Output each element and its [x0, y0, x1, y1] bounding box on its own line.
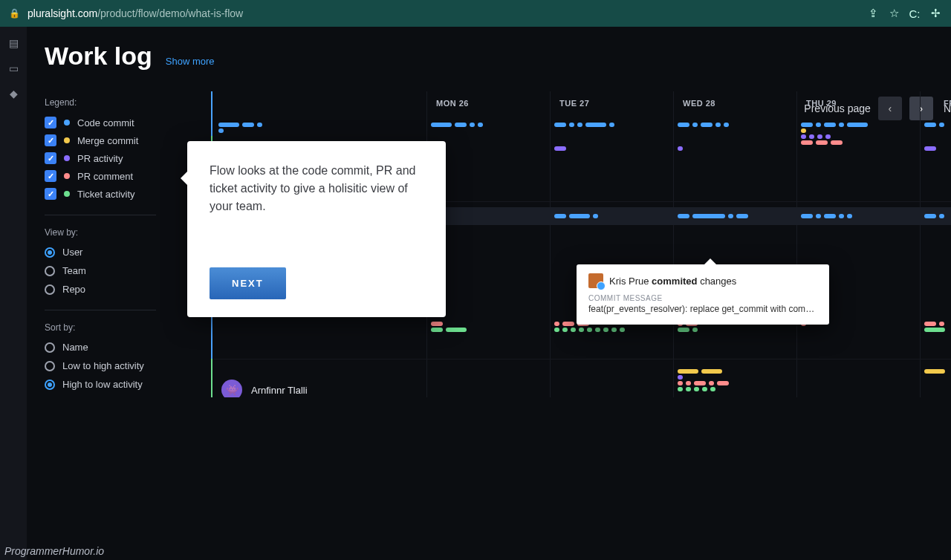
radio-icon — [45, 342, 55, 353]
sort-by-name[interactable]: Name — [45, 342, 186, 353]
radio-label: Low to high activity — [62, 360, 144, 371]
url-host: pluralsight.com — [27, 7, 97, 19]
legend-item-pr-activity[interactable]: ✓ PR activity — [45, 152, 186, 164]
tooltip-user: Kris Prue — [609, 276, 649, 287]
onboarding-tour-popover: Flow looks at the code commit, PR and ti… — [187, 141, 446, 317]
legend-item-label: PR activity — [77, 153, 123, 164]
sort-by-low-high[interactable]: Low to high activity — [45, 360, 186, 371]
radio-icon — [45, 361, 55, 371]
checkbox-icon: ✓ — [45, 170, 56, 182]
tour-next-button[interactable]: NEXT — [210, 267, 286, 299]
radio-label: User — [62, 247, 82, 258]
day-header: TUE 27 — [551, 91, 673, 123]
star-icon[interactable]: ☆ — [887, 7, 900, 20]
tooltip-commit-label: COMMIT MESSAGE — [588, 294, 817, 302]
view-by-repo[interactable]: Repo — [45, 284, 186, 295]
radio-icon — [45, 380, 55, 390]
extension-c-icon[interactable]: C: — [908, 7, 921, 20]
view-by-user[interactable]: User — [45, 247, 186, 258]
legend-item-ticket-activity[interactable]: ✓ Ticket activity — [45, 188, 186, 200]
lock-icon: 🔒 — [9, 8, 20, 19]
avatar-icon: 👾 — [221, 380, 242, 397]
checkbox-icon: ✓ — [45, 152, 56, 164]
commit-tooltip: Kris Prue commited changes COMMIT MESSAG… — [577, 264, 829, 325]
view-by-team[interactable]: Team — [45, 265, 186, 276]
tooltip-commit-message: feat(pr_events_resolver): replace get_co… — [588, 304, 817, 314]
legend-item-merge-commit[interactable]: ✓ Merge commit — [45, 134, 186, 146]
activity-row — [214, 368, 951, 397]
row-separator — [214, 359, 951, 359]
view-by-label: View by: — [45, 227, 186, 238]
app-nav-rail: ▤ ▭ ◆ — [0, 27, 27, 560]
tooltip-action-rest: changes — [700, 276, 736, 287]
tooltip-title: Kris Prue commited changes — [609, 276, 736, 287]
app-root: Work log Show more Previous page ‹ › N L… — [27, 27, 951, 560]
legend-dot-icon — [64, 155, 70, 161]
show-more-link[interactable]: Show more — [166, 56, 215, 67]
divider — [45, 310, 156, 310]
radio-icon — [45, 247, 55, 258]
person-name: Arnfinnr Tlalli — [251, 385, 308, 396]
legend-item-label: Code commit — [77, 117, 134, 128]
legend-dot-icon — [64, 120, 70, 126]
tooltip-action-strong: commited — [652, 276, 697, 287]
checkbox-icon: ✓ — [45, 188, 56, 200]
checkbox-icon: ✓ — [45, 134, 56, 146]
filters-sidebar: Legend: ✓ Code commit ✓ Merge commit ✓ P… — [45, 91, 186, 397]
legend-item-label: Ticket activity — [77, 189, 135, 200]
radio-label: Repo — [62, 284, 85, 295]
legend-label: Legend: — [45, 97, 186, 108]
legend-item-label: Merge commit — [77, 135, 138, 146]
tour-text: Flow looks at the code commit, PR and ti… — [210, 162, 423, 215]
radio-icon — [45, 266, 55, 276]
divider — [45, 215, 156, 215]
url-display[interactable]: pluralsight.com/product/flow/demo/what-i… — [27, 7, 859, 19]
nav-icon-3[interactable]: ◆ — [10, 88, 18, 100]
person-row[interactable]: 👾 Arnfinnr Tlalli — [221, 380, 308, 397]
radio-icon — [45, 284, 55, 295]
day-header: THU 29 — [797, 91, 920, 123]
sort-by-label: Sort by: — [45, 322, 186, 333]
extension-plus-icon[interactable]: ✢ — [929, 7, 942, 20]
day-header: WED 28 — [674, 91, 796, 123]
radio-label: Team — [62, 265, 86, 276]
nav-icon-2[interactable]: ▭ — [9, 62, 19, 74]
page-title: Work log — [45, 42, 152, 71]
legend-item-label: PR comment — [77, 171, 133, 182]
nav-icon-1[interactable]: ▤ — [9, 37, 19, 49]
radio-label: Name — [62, 342, 88, 353]
sort-by-high-low[interactable]: High to low activity — [45, 379, 186, 390]
checkbox-icon: ✓ — [45, 117, 56, 128]
watermark: ProgrammerHumor.io — [4, 545, 104, 557]
page-header: Work log Show more — [45, 42, 951, 71]
legend-item-pr-comment[interactable]: ✓ PR comment — [45, 170, 186, 182]
legend-item-code-commit[interactable]: ✓ Code commit — [45, 117, 186, 128]
tooltip-avatar-icon — [588, 273, 603, 288]
browser-address-bar: 🔒 pluralsight.com/product/flow/demo/what… — [0, 0, 951, 27]
legend-dot-icon — [64, 137, 70, 143]
legend-dot-icon — [64, 173, 70, 179]
day-header: MON 26 — [427, 91, 550, 123]
share-icon[interactable]: ⇪ — [866, 7, 880, 20]
url-path: /product/flow/demo/what-is-flow — [97, 7, 243, 19]
day-header: FRI 30 — [921, 91, 951, 123]
radio-label: High to low activity — [62, 379, 143, 390]
legend-dot-icon — [64, 191, 70, 197]
